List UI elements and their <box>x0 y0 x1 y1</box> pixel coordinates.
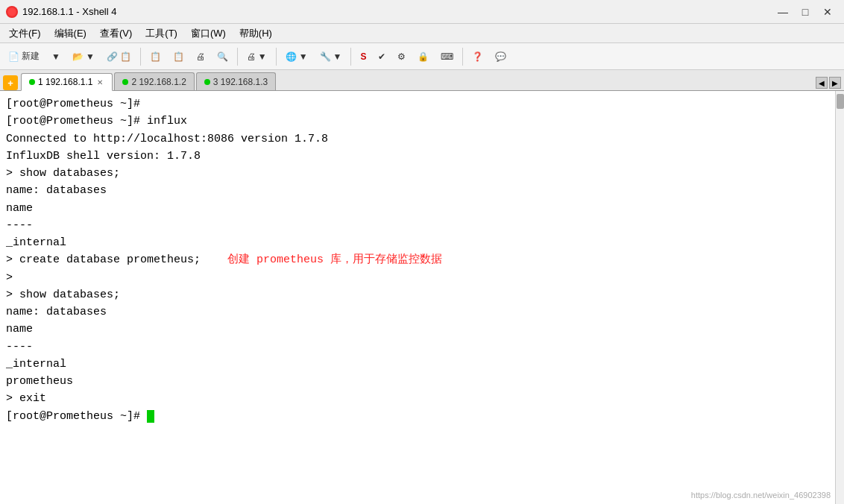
terminal-line-11: > <box>6 269 838 286</box>
terminal-line-10: > create database prometheus; 创建 prometh… <box>6 251 838 268</box>
cursor <box>147 410 154 423</box>
maximize-button[interactable]: □ <box>795 3 816 21</box>
terminal-line-2: [root@Prometheus ~]# influx <box>6 113 838 130</box>
toolbar-separator-3 <box>276 48 277 66</box>
terminal-line-17: prometheus <box>6 373 838 390</box>
keyboard-button[interactable]: ⌨ <box>435 48 459 65</box>
print2-button[interactable]: 🖨▼ <box>242 48 272 65</box>
menu-help[interactable]: 帮助(H) <box>233 25 278 42</box>
terminal-area[interactable]: [root@Prometheus ~]# [root@Prometheus ~]… <box>0 91 844 504</box>
terminal-line-9: _internal <box>6 234 838 251</box>
print-icon: 🖨 <box>196 51 205 62</box>
open-dropdown: ▼ <box>86 51 95 62</box>
minimize-button[interactable]: — <box>772 3 793 21</box>
menu-edit[interactable]: 编辑(E) <box>48 25 92 42</box>
terminal-line-15: ---- <box>6 338 838 356</box>
terminal-line-18: > exit <box>6 390 838 407</box>
tab-2[interactable]: 2 192.168.1.2 <box>114 72 194 90</box>
watermark: https://blog.csdn.net/weixin_46902398 <box>691 491 831 500</box>
chat-icon: 💬 <box>495 51 506 62</box>
terminal-line-4: InfluxDB shell version: 1.7.8 <box>6 148 838 165</box>
copy-button[interactable]: 📋 <box>145 48 166 65</box>
terminal-line-8: ---- <box>6 217 838 234</box>
window-controls: — □ ✕ <box>772 3 838 21</box>
reconnect-button[interactable]: 🔗 📋 <box>101 48 136 65</box>
open-button[interactable]: 📂 ▼ <box>67 48 100 65</box>
new-label: 新建 <box>22 50 40 63</box>
gear-icon: ⚙ <box>397 51 406 62</box>
close-button[interactable]: ✕ <box>817 3 838 21</box>
tab-next-button[interactable]: ▶ <box>829 77 841 89</box>
menu-window[interactable]: 窗口(W) <box>185 25 232 42</box>
new-dropdown[interactable]: ▼ <box>46 48 66 65</box>
reconnect-label: 📋 <box>120 51 131 62</box>
title-bar: 192.168.1.1 - Xshell 4 — □ ✕ <box>0 0 844 24</box>
terminal-line-14: name <box>6 321 838 338</box>
open-icon: 📂 <box>72 51 84 62</box>
toolbar: 📄 新建 ▼ 📂 ▼ 🔗 📋 📋 📋 🖨 🔍 🖨▼ 🌐▼ 🔧▼ S ✔ ⚙ 🔒 … <box>0 43 844 70</box>
menu-file[interactable]: 文件(F) <box>3 25 47 42</box>
chat-button[interactable]: 💬 <box>490 48 511 65</box>
scroll-thumb[interactable] <box>837 94 844 109</box>
tab-bar: + 1 192.168.1.1 ✕ 2 192.168.1.2 3 192.16… <box>0 70 844 91</box>
lock-icon: 🔒 <box>418 51 429 62</box>
web-icon: 🌐 <box>286 51 297 62</box>
web-button[interactable]: 🌐▼ <box>280 48 313 65</box>
lock-button[interactable]: 🔒 <box>412 48 434 65</box>
new-button[interactable]: 📄 新建 <box>3 47 45 66</box>
tab-prev-button[interactable]: ◀ <box>816 77 828 89</box>
find-icon: 🔍 <box>217 51 228 62</box>
window-title: 192.168.1.1 - Xshell 4 <box>22 6 116 17</box>
tab-1-close[interactable]: ✕ <box>95 78 104 86</box>
session-button[interactable]: S <box>355 48 371 65</box>
tab-2-status <box>122 79 128 85</box>
check-button[interactable]: ✔ <box>373 48 391 65</box>
print-button[interactable]: 🖨 <box>191 48 210 65</box>
terminal-line-13: name: databases <box>6 303 838 321</box>
terminal-line-7: name <box>6 200 838 217</box>
config-icon: 🔧 <box>320 51 331 62</box>
terminal-line-19: [root@Prometheus ~]# <box>6 408 838 425</box>
terminal-line-3: Connected to http://localhost:8086 versi… <box>6 130 838 148</box>
menu-tools[interactable]: 工具(T) <box>139 25 183 42</box>
paste-button[interactable]: 📋 <box>168 48 189 65</box>
terminal-line-1: [root@Prometheus ~]# <box>6 95 838 113</box>
check-icon: ✔ <box>378 51 385 62</box>
copy-icon: 📋 <box>150 51 161 62</box>
help-button[interactable]: ❓ <box>467 48 488 65</box>
help-icon: ❓ <box>472 51 483 62</box>
toolbar-separator-4 <box>350 48 351 66</box>
paste-icon: 📋 <box>173 51 184 62</box>
find-button[interactable]: 🔍 <box>212 48 233 65</box>
print2-icon: 🖨 <box>247 51 256 62</box>
app-icon <box>6 6 18 18</box>
terminal-comment-1: 创建 prometheus 库，用于存储监控数据 <box>227 253 442 266</box>
tab-1[interactable]: 1 192.168.1.1 ✕ <box>21 73 113 91</box>
gear-button[interactable]: ⚙ <box>392 48 411 65</box>
toolbar-separator-1 <box>140 48 141 66</box>
toolbar-separator-2 <box>237 48 238 66</box>
tab-3[interactable]: 3 192.168.1.3 <box>196 72 276 90</box>
terminal-line-5: > show databases; <box>6 165 838 182</box>
tab-1-status <box>29 79 35 85</box>
add-tab-button[interactable]: + <box>3 75 18 90</box>
scrollbar[interactable] <box>835 91 844 504</box>
new-icon: 📄 <box>8 51 19 62</box>
reconnect-icon: 🔗 <box>107 51 118 62</box>
menu-bar: 文件(F) 编辑(E) 查看(V) 工具(T) 窗口(W) 帮助(H) <box>0 24 844 43</box>
terminal-line-6: name: databases <box>6 182 838 199</box>
tab-navigation: ◀ ▶ <box>816 77 841 90</box>
tab-1-label: 1 192.168.1.1 <box>38 77 92 87</box>
menu-view[interactable]: 查看(V) <box>94 25 138 42</box>
terminal-line-12: > show databases; <box>6 286 838 303</box>
terminal-line-16: _internal <box>6 356 838 373</box>
toolbar-separator-5 <box>462 48 463 66</box>
tab-3-status <box>204 79 210 85</box>
tab-3-label: 3 192.168.1.3 <box>213 77 268 87</box>
keyboard-icon: ⌨ <box>441 51 453 62</box>
config-button[interactable]: 🔧▼ <box>315 48 347 65</box>
tab-2-label: 2 192.168.1.2 <box>131 77 186 87</box>
